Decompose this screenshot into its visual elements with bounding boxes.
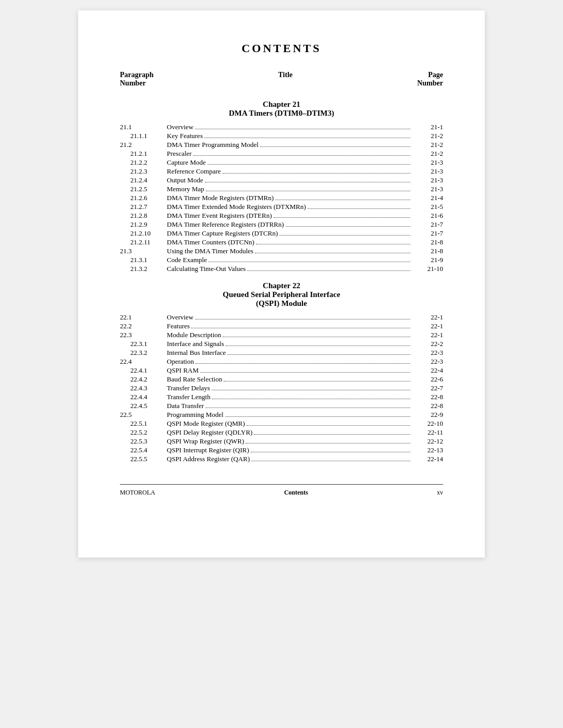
toc-entry-page: 22-10 [412, 419, 443, 428]
toc-entry-page: 22-1 [412, 331, 443, 339]
toc-entry-title: Overview [167, 123, 412, 131]
toc-entry-number: 22.3.2 [120, 349, 167, 357]
toc-entry: 21.3.2Calculating Time-Out Values21-10 [120, 265, 443, 273]
toc-entry-title: QSPI Mode Register (QMR) [167, 419, 412, 428]
toc-entry-number: 22.4.3 [120, 384, 167, 392]
toc-entry-page: 22-6 [412, 375, 443, 384]
toc-entry-title: Output Mode [167, 176, 412, 184]
toc-entry-title: Interface and Signals [167, 340, 412, 348]
toc-entry: 21.2.4Output Mode21-3 [120, 176, 443, 184]
toc-entry: 22.3Module Description22-1 [120, 331, 443, 339]
toc-entry: 22.5.2QSPI Delay Register (QDLYR)22-11 [120, 428, 443, 437]
toc-entry: 22.3.1Interface and Signals22-2 [120, 340, 443, 348]
toc-entry-number: 21.2.3 [120, 167, 167, 176]
toc-entry-number: 22.5.4 [120, 446, 167, 454]
page: CONTENTS Paragraph Number Title Page Num… [78, 10, 485, 558]
page-title: CONTENTS [120, 42, 443, 55]
toc-entry: 22.5.1QSPI Mode Register (QMR)22-10 [120, 419, 443, 428]
toc-entry-number: 22.4.2 [120, 375, 167, 384]
toc-entry-page: 21-7 [412, 220, 443, 229]
toc-entry-title: Data Transfer [167, 402, 412, 410]
toc-entry: 21.3Using the DMA Timer Modules21-8 [120, 247, 443, 255]
toc-entry-number: 21.2 [120, 141, 167, 149]
toc-entry-page: 22-3 [412, 349, 443, 357]
toc-entry-title: Calculating Time-Out Values [167, 265, 412, 273]
footer-right: xv [437, 489, 443, 497]
toc-entry-number: 21.2.7 [120, 203, 167, 211]
toc-entry-page: 21-3 [412, 176, 443, 184]
toc-entry-title: Capture Mode [167, 158, 412, 167]
toc-entry: 21.1Overview21-1 [120, 123, 443, 131]
toc-entry-title: Operation [167, 357, 412, 366]
toc-entry: 21.2.5Memory Map21-3 [120, 185, 443, 193]
toc-entry: 21.1.1Key Features21-2 [120, 132, 443, 140]
toc-entry-title: QSPI Delay Register (QDLYR) [167, 428, 412, 437]
chapter21-heading: Chapter 21 DMA Timers (DTIM0–DTIM3) [120, 100, 443, 118]
toc-entry-page: 21-8 [412, 247, 443, 255]
toc-entry-title: DMA Timer Extended Mode Registers (DTXMR… [167, 203, 412, 211]
toc-entry: 21.2.8DMA Timer Event Registers (DTERn)2… [120, 212, 443, 220]
toc-entry-number: 21.2.4 [120, 176, 167, 184]
toc-entry-number: 21.2.11 [120, 238, 167, 246]
toc-entry-title: Internal Bus Interface [167, 349, 412, 357]
toc-entry-number: 22.5 [120, 411, 167, 419]
toc-entry-title: Overview [167, 313, 412, 322]
footer-center: Contents [284, 489, 308, 497]
col-title-header: Title [278, 71, 293, 88]
toc-entry-page: 21-2 [412, 141, 443, 149]
toc-entry-number: 22.4.4 [120, 393, 167, 401]
toc-entry-number: 22.5.5 [120, 455, 167, 463]
toc-entry: 21.2.3Reference Compare21-3 [120, 167, 443, 176]
toc-entry-title: Transfer Delays [167, 384, 412, 392]
toc-entry-number: 21.2.8 [120, 212, 167, 220]
toc-entry: 22.3.2Internal Bus Interface22-3 [120, 349, 443, 357]
toc-entry-title: DMA Timer Counters (DTCNn) [167, 238, 412, 246]
toc-entry-page: 22-3 [412, 357, 443, 366]
toc-entry-number: 21.1.1 [120, 132, 167, 140]
toc-entry-page: 22-7 [412, 384, 443, 392]
toc-entry: 21.2.10DMA Timer Capture Registers (DTCR… [120, 229, 443, 238]
toc-entry-title: Module Description [167, 331, 412, 339]
toc-entry-title: Key Features [167, 132, 412, 140]
toc-entry-title: Features [167, 322, 412, 330]
toc-entry-number: 22.4 [120, 357, 167, 366]
toc-entry-number: 21.2.5 [120, 185, 167, 193]
toc-entry: 22.5.5QSPI Address Register (QAR)22-14 [120, 455, 443, 463]
toc-entry-number: 21.2.6 [120, 194, 167, 202]
toc-entry: 22.4.3Transfer Delays22-7 [120, 384, 443, 392]
toc-entry-number: 21.2.9 [120, 220, 167, 229]
toc-entry-number: 21.3.1 [120, 256, 167, 264]
toc-entry-page: 22-13 [412, 446, 443, 454]
toc-entry-page: 22-4 [412, 366, 443, 375]
toc-entry: 21.2.7DMA Timer Extended Mode Registers … [120, 203, 443, 211]
toc-entry-page: 22-9 [412, 411, 443, 419]
toc-entry: 21.3.1Code Example21-9 [120, 256, 443, 264]
toc-entry-page: 21-7 [412, 229, 443, 238]
toc-entry-page: 21-3 [412, 167, 443, 176]
toc-entry-page: 22-8 [412, 402, 443, 410]
toc-entry-page: 21-2 [412, 132, 443, 140]
chapter22-entries: 22.1Overview22-122.2Features22-122.3Modu… [120, 313, 443, 463]
toc-entry-number: 21.3.2 [120, 265, 167, 273]
toc-entry-page: 21-5 [412, 203, 443, 211]
toc-entry-number: 22.5.2 [120, 428, 167, 437]
toc-entry-page: 22-8 [412, 393, 443, 401]
toc-entry-page: 21-3 [412, 158, 443, 167]
toc-entry-page: 22-1 [412, 313, 443, 322]
col-page-header: Page Number [417, 71, 443, 88]
toc-entry: 22.2Features22-1 [120, 322, 443, 330]
toc-entry-title: QSPI Interrupt Register (QIR) [167, 446, 412, 454]
toc-entry-title: QSPI RAM [167, 366, 412, 375]
toc-entry-number: 22.1 [120, 313, 167, 322]
toc-entry-title: DMA Timer Capture Registers (DTCRn) [167, 229, 412, 238]
toc-entry-page: 21-4 [412, 194, 443, 202]
toc-entry: 21.2DMA Timer Programming Model21-2 [120, 141, 443, 149]
toc-entry-page: 21-6 [412, 212, 443, 220]
toc-entry-title: Using the DMA Timer Modules [167, 247, 412, 255]
toc-entry: 21.2.2Capture Mode21-3 [120, 158, 443, 167]
toc-entry-page: 21-10 [412, 265, 443, 273]
toc-entry: 21.2.6DMA Timer Mode Registers (DTMRn)21… [120, 194, 443, 202]
toc-entry-number: 22.4.5 [120, 402, 167, 410]
toc-entry-title: Code Example [167, 256, 412, 264]
toc-entry: 21.2.9DMA Timer Reference Registers (DTR… [120, 220, 443, 229]
